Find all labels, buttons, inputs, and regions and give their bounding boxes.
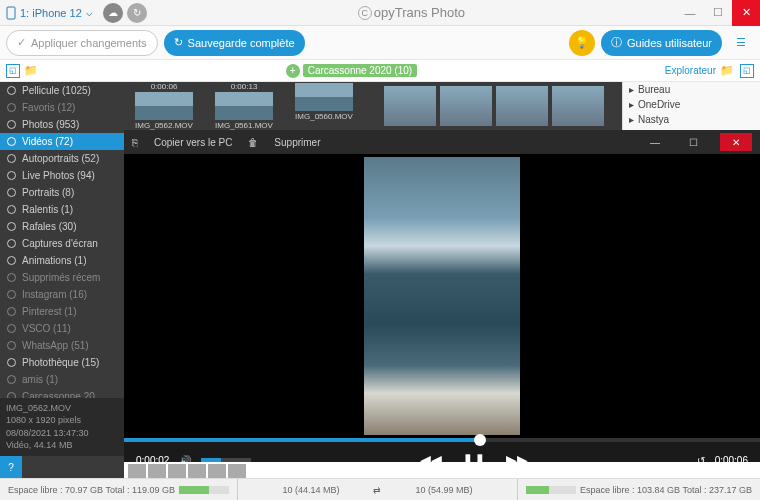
player-maximize[interactable]: ☐ [682,137,704,148]
lib-icon [6,357,17,368]
sidebar: Pellicule (1025)Favoris (12)Photos (953)… [0,82,124,478]
toolbar: ✓ Appliquer changements ↻ Sauvegarde com… [0,26,760,60]
thumb[interactable] [168,464,186,478]
folder-icon: 📁 [720,64,734,77]
bulb-button[interactable]: 💡 [569,30,595,56]
album-strip [380,82,622,132]
sidebar-item[interactable]: VSCO (11) [0,320,124,337]
video-player: ⎘ Copier vers le PC 🗑 Supprimer — ☐ ✕ 0:… [124,130,760,478]
phone-icon [6,6,16,20]
video-thumb[interactable]: 0:00:13IMG_0561.MOV [204,82,284,132]
tree-item[interactable]: ▸OneDrive [623,97,760,112]
sidebar-item[interactable]: Supprimés récem [0,269,124,286]
album-thumb[interactable] [552,86,604,126]
video-frame[interactable] [124,154,760,438]
video-thumb[interactable]: 0:00:06IMG_0562.MOV [124,82,204,132]
album-tag[interactable]: Carcassonne 2020 (10) [303,64,418,77]
thumb[interactable] [208,464,226,478]
guides-button[interactable]: ⓘ Guides utilisateur [601,30,722,56]
titlebar: 1: iPhone 12 ⌵ ☁ ↻ C opyTrans Photo — ☐ … [0,0,760,26]
sidebar-item-label: Instagram (16) [22,289,87,300]
folder-icon: ▸ [629,99,634,110]
live-icon [6,170,17,181]
sidebar-item[interactable]: WhatsApp (51) [0,337,124,354]
photo-icon [6,119,17,130]
svg-point-14 [8,308,16,316]
svg-point-9 [8,223,16,231]
sidebar-item[interactable]: Instagram (16) [0,286,124,303]
logo-icon: C [358,6,372,20]
cloud-button[interactable]: ☁ [103,3,123,23]
close-button[interactable]: ✕ [732,0,760,26]
player-close[interactable]: ✕ [720,133,752,151]
refresh-button[interactable]: ↻ [127,3,147,23]
album-thumb[interactable] [384,86,436,126]
maximize-button[interactable]: ☐ [704,0,732,26]
sidebar-item-label: Live Photos (94) [22,170,95,181]
menu-button[interactable]: ☰ [728,30,754,56]
svg-point-12 [8,274,16,282]
minimize-button[interactable]: — [676,0,704,26]
apply-changes-button[interactable]: ✓ Appliquer changements [6,30,158,56]
status-mid: 10 (44.14 MB) ⇄ 10 (54.99 MB) [238,479,518,500]
trash-icon [6,272,17,283]
svg-point-3 [8,121,16,129]
video-icon [6,136,17,147]
sidebar-item-label: Rafales (30) [22,221,76,232]
sidebar-item-label: Portraits (8) [22,187,74,198]
sidebar-item-label: Favoris (12) [22,102,75,113]
sidebar-item[interactable]: Favoris (12) [0,99,124,116]
sidebar-item[interactable]: Live Photos (94) [0,167,124,184]
burst-icon [6,221,17,232]
tree-item[interactable]: ▸Nastya [623,112,760,127]
sidebar-item[interactable]: Pinterest (1) [0,303,124,320]
sidebar-item-label: Pellicule (1025) [22,85,91,96]
sidebar-item[interactable]: Animations (1) [0,252,124,269]
backup-button[interactable]: ↻ Sauvegarde complète [164,30,305,56]
help-button[interactable]: ? [0,456,22,478]
sidebar-item-label: Ralentis (1) [22,204,73,215]
svg-point-4 [8,138,16,146]
svg-point-1 [8,87,16,95]
add-album-button[interactable]: + [286,64,300,78]
video-thumb[interactable]: IMG_0560.MOV [284,82,364,132]
app-icon [6,289,17,300]
album-thumb[interactable] [440,86,492,126]
sidebar-item[interactable]: Rafales (30) [0,218,124,235]
sidebar-item-label: VSCO (11) [22,323,71,334]
sidebar-item[interactable]: Photos (953) [0,116,124,133]
select-all-left[interactable]: ◱ [6,64,20,78]
progress-bar[interactable] [124,438,760,442]
album-thumb[interactable] [496,86,548,126]
folder-icon: 📁 [24,64,38,77]
thumb[interactable] [188,464,206,478]
svg-point-18 [8,376,16,384]
player-minimize[interactable]: — [644,137,666,148]
check-icon: ✓ [17,36,26,49]
heart-icon [6,102,17,113]
sidebar-item[interactable]: Ralentis (1) [0,201,124,218]
thumb[interactable] [228,464,246,478]
svg-point-8 [8,206,16,214]
sidebar-item-label: Photothèque (15) [22,357,99,368]
sidebar-item-label: Pinterest (1) [22,306,76,317]
sidebar-item[interactable]: amis (1) [0,371,124,388]
select-all-right[interactable]: ◱ [740,64,754,78]
sidebar-item[interactable]: Pellicule (1025) [0,82,124,99]
sidebar-item[interactable]: Portraits (8) [0,184,124,201]
copy-to-pc-button[interactable]: Copier vers le PC [154,137,232,148]
copy-icon: ⎘ [132,137,138,148]
sidebar-item[interactable]: Vidéos (72) [0,133,124,150]
sidebar-item-label: amis (1) [22,374,58,385]
svg-point-17 [8,359,16,367]
thumb[interactable] [128,464,146,478]
sidebar-item[interactable]: Autoportraits (52) [0,150,124,167]
sidebar-item-label: Photos (953) [22,119,79,130]
device-selector[interactable]: 1: iPhone 12 ⌵ [0,0,99,26]
sidebar-item[interactable]: Photothèque (15) [0,354,124,371]
delete-button[interactable]: Supprimer [274,137,320,148]
tree-item[interactable]: ▸Bureau [623,82,760,97]
sidebar-item[interactable]: Captures d'écran [0,235,124,252]
thumb[interactable] [148,464,166,478]
sidebar-item-label: WhatsApp (51) [22,340,89,351]
